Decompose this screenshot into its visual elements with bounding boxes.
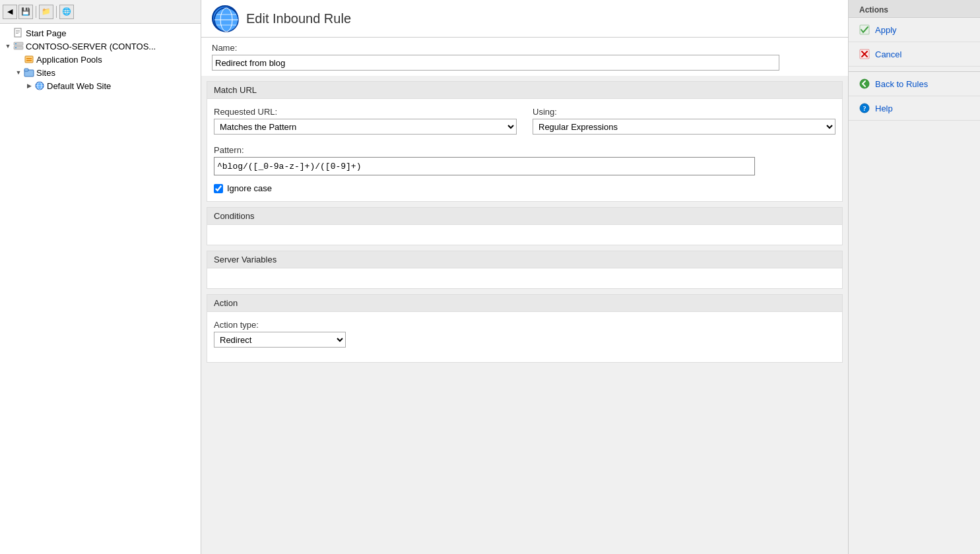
pattern-row: Pattern: xyxy=(214,145,835,175)
pattern-label: Pattern: xyxy=(214,145,835,155)
cancel-button[interactable]: Cancel xyxy=(849,42,980,67)
svg-rect-8 xyxy=(25,56,33,63)
server-variables-header: Server Variables xyxy=(207,251,842,268)
website-expander[interactable]: ▶ xyxy=(24,80,34,91)
server-icon xyxy=(13,41,24,51)
svg-rect-9 xyxy=(26,58,32,59)
server-variables-section: Server Variables xyxy=(207,251,843,289)
action-header: Action xyxy=(207,295,842,312)
ignore-case-label[interactable]: Ignore case xyxy=(227,183,272,193)
ignore-case-checkbox[interactable] xyxy=(214,184,223,193)
refresh-button[interactable]: 🌐 xyxy=(59,5,74,19)
requested-url-label: Requested URL: xyxy=(214,107,517,117)
sidebar: ◀ 💾 📁 🌐 Start Page ▼ xyxy=(0,0,201,554)
svg-rect-1 xyxy=(16,30,20,31)
svg-text:?: ? xyxy=(863,105,866,112)
svg-rect-10 xyxy=(26,60,32,61)
sidebar-item-server[interactable]: ▼ CONTOSO-SERVER (CONTOS... xyxy=(0,40,201,53)
page-icon xyxy=(13,28,24,38)
sidebar-item-app-pools[interactable]: Application Pools xyxy=(0,53,201,66)
expander xyxy=(3,28,13,38)
actions-label: Actions xyxy=(849,0,980,18)
conditions-header: Conditions xyxy=(207,208,842,225)
action-body: Action type: Redirect Rewrite CustomResp… xyxy=(207,312,842,362)
pattern-input[interactable] xyxy=(214,157,755,175)
server-label: CONTOSO-SERVER (CONTOS... xyxy=(26,42,156,51)
content-wrapper: Name: Match URL Requested URL: Matches t… xyxy=(201,38,848,554)
pool-icon xyxy=(24,54,34,65)
divider xyxy=(849,67,980,72)
folder-button[interactable]: 📁 xyxy=(39,5,53,19)
toolbar: ◀ 💾 📁 🌐 xyxy=(0,0,201,24)
match-url-section: Match URL Requested URL: Matches the Pat… xyxy=(207,81,843,202)
using-label: Using: xyxy=(533,107,835,117)
name-section: Name: xyxy=(201,38,848,76)
back-to-rules-button[interactable]: Back to Rules xyxy=(849,72,980,96)
ignore-case-row: Ignore case xyxy=(214,183,835,193)
requested-url-select[interactable]: Matches the Pattern Does Not Match the P… xyxy=(214,119,517,135)
server-variables-body xyxy=(207,268,842,288)
cancel-label: Cancel xyxy=(875,49,901,59)
help-label: Help xyxy=(875,104,893,113)
url-using-row: Requested URL: Matches the Pattern Does … xyxy=(214,107,835,135)
sidebar-item-sites[interactable]: ▼ Sites xyxy=(0,66,201,79)
server-expander[interactable]: ▼ xyxy=(3,41,13,51)
match-url-body: Requested URL: Matches the Pattern Does … xyxy=(207,99,842,201)
sites-icon xyxy=(24,67,34,78)
apply-icon xyxy=(859,24,870,35)
separator2 xyxy=(56,6,57,18)
name-input[interactable] xyxy=(212,55,779,71)
name-label: Name: xyxy=(212,43,837,53)
start-page-label: Start Page xyxy=(26,28,66,38)
back-button[interactable]: ◀ xyxy=(3,5,17,19)
header-globe-icon xyxy=(212,5,238,32)
action-type-row: Action type: Redirect Rewrite CustomResp… xyxy=(214,320,835,348)
svg-rect-12 xyxy=(24,69,28,71)
conditions-body xyxy=(207,225,842,245)
svg-rect-7 xyxy=(15,47,16,48)
main-content: Edit Inbound Rule Name: Match URL Reques… xyxy=(201,0,848,554)
bottom-padding xyxy=(201,368,848,394)
using-col: Using: Regular Expressions Wildcards Exa… xyxy=(533,107,835,135)
requested-url-col: Requested URL: Matches the Pattern Does … xyxy=(214,107,517,135)
using-select[interactable]: Regular Expressions Wildcards Exact Matc… xyxy=(533,119,835,135)
help-icon: ? xyxy=(859,103,870,113)
svg-rect-2 xyxy=(16,32,20,32)
action-section: Action Action type: Redirect Rewrite Cus… xyxy=(207,294,843,363)
default-web-site-label: Default Web Site xyxy=(47,81,111,91)
website-icon xyxy=(34,80,45,91)
svg-rect-3 xyxy=(16,33,18,34)
svg-point-27 xyxy=(860,79,869,88)
cancel-icon xyxy=(859,49,870,59)
conditions-section: Conditions xyxy=(207,207,843,245)
svg-rect-0 xyxy=(15,28,21,37)
sites-label: Sites xyxy=(36,68,55,78)
pools-expander xyxy=(13,54,24,65)
page-title: Edit Inbound Rule xyxy=(246,11,351,26)
form-scroll-area[interactable]: Name: Match URL Requested URL: Matches t… xyxy=(201,38,848,554)
svg-rect-5 xyxy=(15,44,16,44)
sidebar-item-default-web-site[interactable]: ▶ Default Web Site xyxy=(0,79,201,92)
back-to-rules-label: Back to Rules xyxy=(875,79,928,89)
apply-label: Apply xyxy=(875,25,897,35)
action-type-select[interactable]: Redirect Rewrite CustomResponse AbortReq… xyxy=(214,332,346,348)
app-pools-label: Application Pools xyxy=(36,55,102,65)
right-panel: Actions Apply Cancel Back to Rules ? Hel… xyxy=(848,0,980,554)
sites-expander[interactable]: ▼ xyxy=(13,67,24,78)
separator xyxy=(36,6,36,18)
help-button[interactable]: ? Help xyxy=(849,96,980,121)
action-type-label: Action type: xyxy=(214,320,835,330)
page-header: Edit Inbound Rule xyxy=(201,0,848,38)
sidebar-item-start-page[interactable]: Start Page xyxy=(0,26,201,40)
save-button[interactable]: 💾 xyxy=(18,5,33,19)
match-url-header: Match URL xyxy=(207,82,842,99)
tree-view: Start Page ▼ CONTOSO-SERVER (CONTOS... xyxy=(0,24,201,554)
apply-button[interactable]: Apply xyxy=(849,18,980,42)
back-icon xyxy=(859,78,870,89)
